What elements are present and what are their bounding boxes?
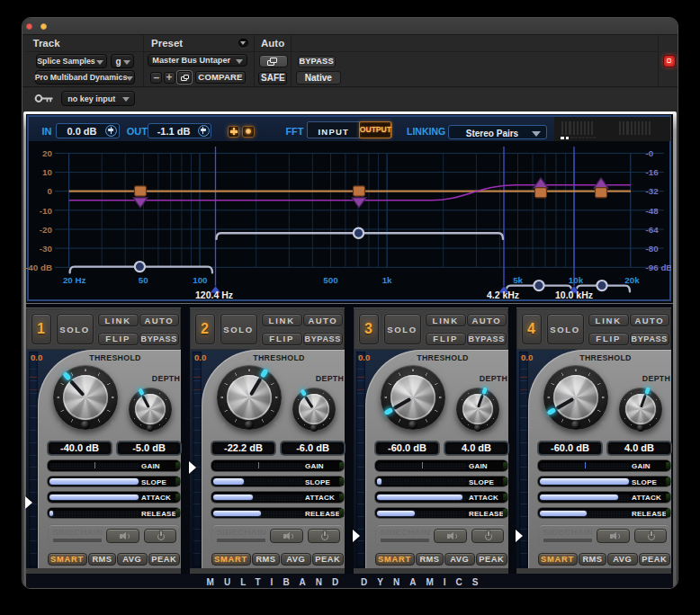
svg-text:-0: -0 [646,148,654,158]
svg-text:-16: -16 [646,167,660,177]
svg-text:-10: -10 [40,206,53,216]
svg-text:100: 100 [193,275,208,285]
svg-text:-64: -64 [646,225,660,235]
svg-text:50: 50 [139,275,148,285]
svg-text:1k: 1k [382,275,392,285]
svg-text:500: 500 [323,275,338,285]
svg-text:10.0 kHz: 10.0 kHz [555,290,593,299]
svg-text:0: 0 [48,186,53,196]
svg-text:-80: -80 [646,244,660,254]
svg-text:-20: -20 [40,225,53,235]
svg-text:20k: 20k [624,275,640,285]
svg-text:-48: -48 [646,206,660,216]
svg-text:10k: 10k [569,275,584,285]
svg-text:-32: -32 [646,186,660,196]
svg-text:4.2 kHz: 4.2 kHz [487,290,519,299]
svg-text:10: 10 [42,167,52,177]
svg-text:5k: 5k [513,275,523,285]
svg-text:-96 dB: -96 dB [646,263,672,272]
svg-text:20: 20 [42,148,52,158]
svg-text:-40 dB: -40 dB [25,263,52,272]
svg-text:-30: -30 [40,244,53,254]
svg-text:120.4 Hz: 120.4 Hz [195,290,233,299]
svg-text:20 Hz: 20 Hz [63,275,86,285]
